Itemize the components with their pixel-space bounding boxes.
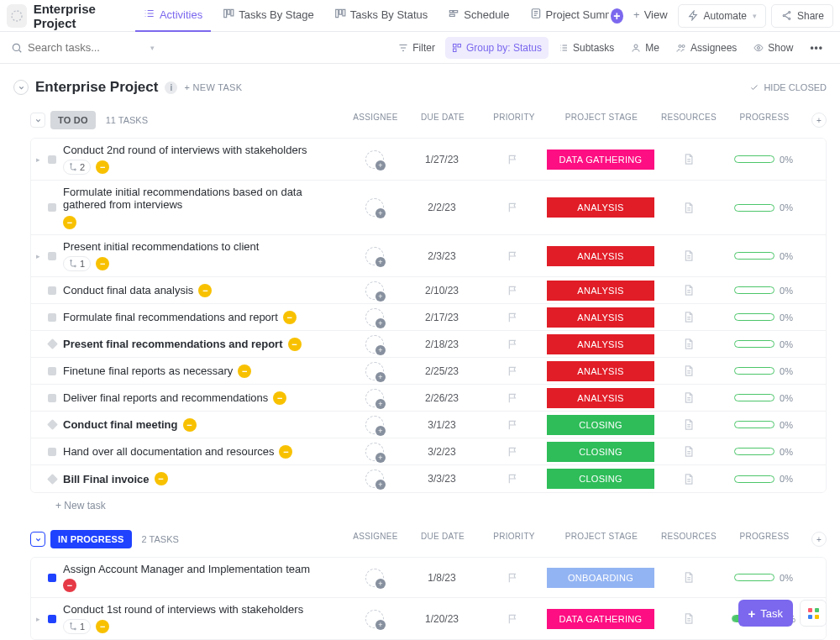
stage-cell[interactable]: DATA GATHERING xyxy=(547,609,654,629)
assignee-empty-icon[interactable] xyxy=(365,470,384,488)
assignee-empty-icon[interactable] xyxy=(365,198,384,217)
assignee-empty-icon[interactable] xyxy=(365,335,384,354)
priority-cell[interactable] xyxy=(480,415,547,435)
assignee-cell[interactable] xyxy=(345,246,404,266)
task-name[interactable]: Formulate final recommendations and repo… xyxy=(63,306,345,329)
stage-cell[interactable]: ANALYSIS xyxy=(547,281,654,301)
assignee-empty-icon[interactable] xyxy=(365,389,384,407)
task-row[interactable]: Deliver final reports and recommendation… xyxy=(31,385,826,412)
resources-cell[interactable] xyxy=(654,469,722,489)
status-milestone-icon[interactable] xyxy=(47,474,58,485)
task-row[interactable]: Conduct final meeting− 3/1/23 CLOSING 0% xyxy=(31,412,826,438)
hide-closed-button[interactable]: HIDE CLOSED xyxy=(749,82,827,92)
status-square-icon[interactable] xyxy=(48,313,56,322)
resources-cell[interactable] xyxy=(654,334,722,354)
resources-cell[interactable] xyxy=(654,442,722,462)
due-date-cell[interactable]: 3/1/23 xyxy=(404,415,480,435)
apps-fab[interactable] xyxy=(800,600,827,627)
progress-cell[interactable]: 0% xyxy=(722,246,806,266)
stage-cell[interactable]: CLOSING xyxy=(547,415,654,435)
priority-cell[interactable] xyxy=(480,307,547,328)
task-row[interactable]: Formulate final recommendations and repo… xyxy=(31,304,826,331)
assignee-cell[interactable] xyxy=(345,150,404,170)
tab-schedule[interactable]: Schedule xyxy=(439,0,517,32)
tab-tasks-by-status[interactable]: Tasks By Status xyxy=(326,0,436,32)
group-collapse-icon[interactable] xyxy=(30,113,45,128)
filter-button[interactable]: Filter xyxy=(391,37,442,59)
priority-badge[interactable]: − xyxy=(63,579,76,592)
progress-cell[interactable]: 0% xyxy=(722,307,806,328)
priority-badge[interactable]: − xyxy=(96,620,109,633)
collapse-all-icon[interactable] xyxy=(13,80,29,95)
due-date-cell[interactable]: 2/18/23 xyxy=(404,334,480,354)
status-square-icon[interactable] xyxy=(48,394,56,402)
assignees-button[interactable]: Assignees xyxy=(669,37,743,59)
priority-badge[interactable]: − xyxy=(279,445,292,459)
add-view-icon[interactable]: + xyxy=(611,8,623,24)
assignee-cell[interactable] xyxy=(345,197,404,218)
share-button[interactable]: Share xyxy=(771,4,833,28)
assignee-cell[interactable] xyxy=(345,361,404,381)
search-input[interactable] xyxy=(28,41,145,54)
stage-cell[interactable]: ONBOARDING xyxy=(547,568,654,588)
due-date-cell[interactable]: 3/2/23 xyxy=(404,442,480,462)
assignee-cell[interactable] xyxy=(345,281,404,301)
stage-cell[interactable]: ANALYSIS xyxy=(547,246,654,266)
resources-cell[interactable] xyxy=(654,197,722,218)
progress-cell[interactable]: 0% xyxy=(722,469,806,489)
expand-icon[interactable]: ▸ xyxy=(36,252,46,260)
info-icon[interactable]: i xyxy=(165,81,177,94)
progress-cell[interactable]: 0% xyxy=(722,442,806,462)
subtask-badge[interactable]: 1 xyxy=(63,619,91,634)
expand-icon[interactable]: ▸ xyxy=(36,155,46,164)
status-chip[interactable]: TO DO xyxy=(50,111,96,129)
assignee-cell[interactable] xyxy=(345,469,404,489)
priority-cell[interactable] xyxy=(480,361,547,381)
assignee-empty-icon[interactable] xyxy=(365,610,384,628)
progress-cell[interactable]: 0% xyxy=(722,281,806,301)
task-row[interactable]: Hand over all documentation and resource… xyxy=(31,438,826,465)
status-square-icon[interactable] xyxy=(48,448,56,456)
stage-cell[interactable]: ANALYSIS xyxy=(547,388,654,408)
task-name[interactable]: Hand over all documentation and resource… xyxy=(63,440,345,464)
progress-cell[interactable]: 0% xyxy=(722,334,806,354)
resources-cell[interactable] xyxy=(654,307,722,328)
due-date-cell[interactable]: 3/3/23 xyxy=(404,469,480,489)
status-square-icon[interactable] xyxy=(48,367,56,375)
add-view-button[interactable]: +View xyxy=(625,0,676,32)
task-name[interactable]: Formulate initial recommendations based … xyxy=(63,181,345,234)
priority-cell[interactable] xyxy=(480,568,547,588)
priority-cell[interactable] xyxy=(480,197,547,218)
due-date-cell[interactable]: 2/26/23 xyxy=(404,388,480,408)
priority-cell[interactable] xyxy=(480,442,547,462)
task-row[interactable]: Conduct final data analysis− 2/10/23 ANA… xyxy=(31,277,826,304)
priority-badge[interactable]: − xyxy=(96,257,109,270)
task-name[interactable]: Present final recommendations and report… xyxy=(63,333,345,356)
assignee-empty-icon[interactable] xyxy=(365,150,384,169)
assignee-empty-icon[interactable] xyxy=(365,416,384,434)
priority-badge[interactable]: − xyxy=(283,311,297,324)
expand-icon[interactable]: ▸ xyxy=(36,615,46,623)
stage-cell[interactable]: CLOSING xyxy=(547,442,654,462)
task-row[interactable]: Assign Account Manager and Implementatio… xyxy=(31,558,826,598)
automate-button[interactable]: Automate ▾ xyxy=(678,4,766,28)
group-collapse-icon[interactable] xyxy=(30,532,45,547)
status-chip[interactable]: IN PROGRESS xyxy=(50,530,132,548)
due-date-cell[interactable]: 2/3/23 xyxy=(404,246,480,266)
stage-cell[interactable]: ANALYSIS xyxy=(547,361,654,381)
task-name[interactable]: Present initial recommendations to clien… xyxy=(63,235,345,276)
subtask-badge[interactable]: 1 xyxy=(63,256,91,271)
stage-cell[interactable]: ANALYSIS xyxy=(547,197,654,218)
status-square-icon[interactable] xyxy=(48,286,56,295)
new-task-top-button[interactable]: + NEW TASK xyxy=(184,82,242,92)
me-button[interactable]: Me xyxy=(624,37,666,59)
priority-cell[interactable] xyxy=(480,150,547,170)
status-milestone-icon[interactable] xyxy=(47,419,58,430)
tab-tasks-by-stage[interactable]: Tasks By Stage xyxy=(214,0,323,32)
priority-badge[interactable]: − xyxy=(183,418,197,432)
progress-cell[interactable]: 0% xyxy=(722,415,806,435)
more-icon[interactable]: ••• xyxy=(803,37,830,59)
due-date-cell[interactable]: 1/8/23 xyxy=(404,568,480,588)
assignee-cell[interactable] xyxy=(345,415,404,435)
stage-cell[interactable]: ANALYSIS xyxy=(547,334,654,354)
